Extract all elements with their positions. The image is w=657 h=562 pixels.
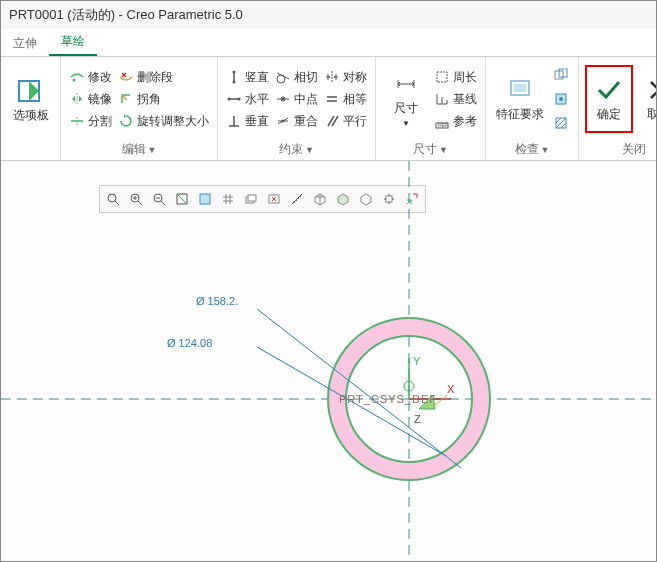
options-panel-button[interactable]: 选项板 [7, 67, 54, 135]
dimension-inner[interactable]: Ø 124.08 [167, 337, 212, 349]
mirror-icon [69, 91, 85, 107]
corner-button[interactable]: 拐角 [116, 89, 211, 109]
perpendicular-button[interactable]: 垂直 [224, 111, 271, 131]
group-dimension-label[interactable]: 尺寸▼ [382, 139, 479, 160]
group-close-label: 关闭 [585, 139, 657, 160]
title-bar: PRT0001 (活动的) - Creo Parametric 5.0 [1, 1, 656, 29]
chevron-down-icon: ▼ [402, 119, 410, 128]
svg-point-8 [282, 120, 285, 123]
horizontal-button[interactable]: 水平 [224, 89, 271, 109]
group-inspect: 特征要求 检查▼ [486, 57, 579, 160]
perimeter-button[interactable]: 周长 [432, 67, 479, 87]
coincident-icon [275, 113, 291, 129]
group-edit: 修改 镜像 分割 删除段 拐角 旋转调整大小 编辑▼ [61, 57, 218, 160]
tab-sketch[interactable]: 草绘 [49, 29, 97, 56]
highlight-button[interactable] [550, 89, 572, 109]
group-constrain-label[interactable]: 约束▼ [224, 139, 369, 160]
parallel-button[interactable]: 平行 [322, 111, 369, 131]
axis-x-label: X [447, 383, 454, 395]
overlap-button[interactable] [550, 65, 572, 85]
dimension-button[interactable]: 尺寸 ▼ [382, 65, 430, 133]
coincident-button[interactable]: 重合 [273, 111, 320, 131]
svg-point-4 [228, 98, 231, 101]
group-options-label [7, 142, 54, 160]
vertical-button[interactable]: 竖直 [224, 67, 271, 87]
reference-button[interactable]: REF参考 [432, 111, 479, 131]
group-options: 选项板 [1, 57, 61, 160]
window-title: PRT0001 (活动的) - Creo Parametric 5.0 [9, 6, 243, 24]
svg-point-1 [73, 79, 76, 82]
vertical-icon [226, 69, 242, 85]
mirror-button[interactable]: 镜像 [67, 89, 114, 109]
tab-extrude[interactable]: 立伸 [1, 31, 49, 56]
midpoint-icon [275, 91, 291, 107]
check-icon [595, 76, 623, 104]
group-dimension: 尺寸 ▼ 周长 基线 REF参考 尺寸▼ [376, 57, 486, 160]
axis-z-label: Z [414, 413, 421, 425]
svg-point-3 [233, 81, 236, 84]
symmetric-button[interactable]: 对称 [322, 67, 369, 87]
close-icon [645, 76, 657, 104]
parallel-icon [324, 113, 340, 129]
shade-icon [553, 115, 569, 131]
group-constrain: 竖直 水平 垂直 相切 中点 重合 对称 相等 平行 约束▼ [218, 57, 376, 160]
svg-text:REF: REF [438, 122, 448, 128]
corner-icon [118, 91, 134, 107]
sketch-canvas[interactable]: Ø 158.2. Ø 124.08 PRT_CSYS_DEF X Y Z [1, 161, 656, 562]
sketch-svg [1, 161, 657, 562]
feature-requirements-button[interactable]: 特征要求 [492, 65, 548, 133]
svg-rect-13 [514, 84, 526, 92]
svg-point-2 [233, 71, 236, 74]
ok-button[interactable]: 确定 [585, 65, 633, 133]
svg-point-5 [238, 98, 241, 101]
perp-icon [226, 113, 242, 129]
split-icon [69, 113, 85, 129]
highlight-icon [553, 91, 569, 107]
group-inspect-label[interactable]: 检查▼ [492, 139, 572, 160]
baseline-icon [434, 91, 450, 107]
equal-icon [324, 91, 340, 107]
shade-button[interactable] [550, 113, 572, 133]
group-close: 确定 取消 关闭 [579, 57, 657, 160]
modify-icon [69, 69, 85, 85]
sym-icon [324, 69, 340, 85]
feature-req-icon [506, 76, 534, 104]
tangent-button[interactable]: 相切 [273, 67, 320, 87]
svg-rect-9 [437, 72, 447, 82]
split-button[interactable]: 分割 [67, 111, 114, 131]
axis-y-label: Y [413, 355, 420, 367]
options-panel-icon [17, 77, 45, 105]
group-edit-label[interactable]: 编辑▼ [67, 139, 211, 160]
perimeter-icon [434, 69, 450, 85]
tangent-icon [275, 69, 291, 85]
equal-button[interactable]: 相等 [322, 89, 369, 109]
ribbon: 选项板 修改 镜像 分割 删除段 拐角 旋转调整大小 编辑▼ 竖直 水平 [1, 57, 656, 161]
overlap-icon [553, 67, 569, 83]
cancel-button[interactable]: 取消 [635, 65, 657, 133]
csys-label: PRT_CSYS_DEF [339, 393, 437, 405]
dimension-outer[interactable]: Ø 158.2. [196, 295, 238, 307]
delete-segment-button[interactable]: 删除段 [116, 67, 211, 87]
dimension-icon [392, 70, 420, 98]
baseline-button[interactable]: 基线 [432, 89, 479, 109]
midpoint-button[interactable]: 中点 [273, 89, 320, 109]
modify-button[interactable]: 修改 [67, 67, 114, 87]
rotate-resize-button[interactable]: 旋转调整大小 [116, 111, 211, 131]
ribbon-tabs: 立伸 草绘 [1, 29, 656, 57]
svg-point-17 [559, 97, 563, 101]
horizontal-icon [226, 91, 242, 107]
rotate-icon [118, 113, 134, 129]
delete-seg-icon [118, 69, 134, 85]
ref-icon: REF [434, 113, 450, 129]
